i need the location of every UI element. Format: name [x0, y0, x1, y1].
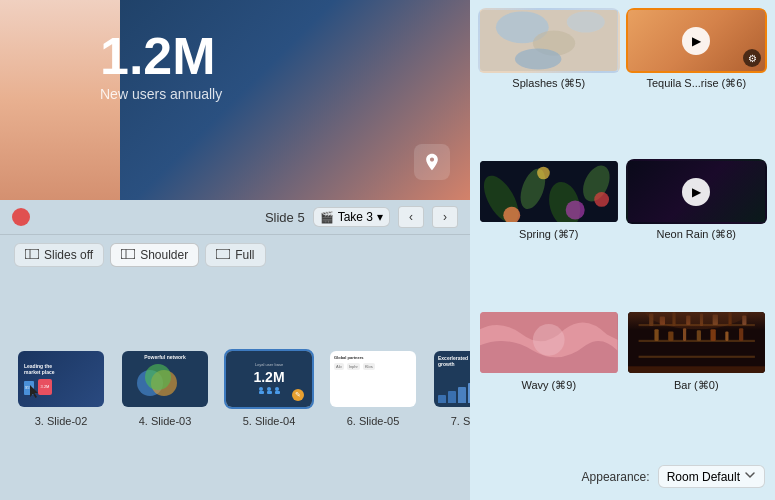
- appearance-label: Appearance:: [582, 470, 650, 484]
- thumbnail-slide-3[interactable]: Leading themarket place 95% 3.2M: [16, 349, 106, 427]
- svg-point-17: [566, 200, 585, 219]
- full-icon: [216, 249, 230, 261]
- slides-off-icon: [25, 249, 39, 261]
- view-mode-full[interactable]: Full: [205, 243, 265, 267]
- bg-label-tequila: Tequila S...rise (⌘6): [626, 77, 768, 92]
- thumb-label-5: 5. Slide-04: [243, 415, 296, 427]
- svg-rect-2: [121, 249, 135, 259]
- svg-rect-37: [696, 330, 700, 341]
- prev-slide-button[interactable]: ‹: [398, 206, 424, 228]
- take-dropdown-icon: ▾: [377, 210, 383, 224]
- bg-item-tequila[interactable]: ▶ ⚙ Tequila S...rise (⌘6): [626, 8, 768, 153]
- thumb-label-4: 4. Slide-03: [139, 415, 192, 427]
- view-mode-slides-off-label: Slides off: [44, 248, 93, 262]
- bg-thumb-spring: [478, 159, 620, 224]
- appearance-bar: Appearance: Room Default: [478, 461, 767, 492]
- bg-label-spring: Spring (⌘7): [478, 228, 620, 243]
- bg-item-wavy[interactable]: Wavy (⌘9): [478, 310, 620, 455]
- right-panel: Splashes (⌘5) ▶ ⚙ Tequila S...rise (⌘6): [470, 0, 775, 500]
- appearance-dropdown-icon: [744, 469, 756, 484]
- bg-item-splashes[interactable]: Splashes (⌘5): [478, 8, 620, 153]
- controls-bar: Slide 5 🎬 Take 3 ▾ ‹ ›: [0, 200, 470, 235]
- play-button-tequila: ▶: [682, 27, 710, 55]
- next-slide-button[interactable]: ›: [432, 206, 458, 228]
- view-mode-shoulder[interactable]: Shoulder: [110, 243, 199, 267]
- svg-rect-35: [668, 331, 673, 341]
- thumbnail-slide-7[interactable]: Excerleratedgrowth 7. Slide-06: [432, 349, 470, 427]
- bg-item-bar[interactable]: Bar (⌘0): [626, 310, 768, 455]
- svg-rect-41: [628, 366, 766, 373]
- play-button-neon: ▶: [682, 178, 710, 206]
- view-mode-slides-off[interactable]: Slides off: [14, 243, 104, 267]
- svg-rect-24: [638, 356, 754, 358]
- svg-point-9: [515, 48, 562, 69]
- thumbnail-slide-4[interactable]: Powerful network 4. Slide-03: [120, 349, 210, 427]
- svg-point-8: [567, 11, 605, 32]
- svg-rect-38: [710, 329, 715, 341]
- take-icon: 🎬: [320, 211, 334, 224]
- bg-thumb-neon: ▶: [626, 159, 768, 224]
- svg-rect-39: [725, 331, 728, 341]
- thumb-img-5: Loyal user base 1.2M ✎: [224, 349, 314, 409]
- slide-preview-icon: [414, 144, 450, 180]
- bg-thumb-wavy: [478, 310, 620, 375]
- backgrounds-grid: Splashes (⌘5) ▶ ⚙ Tequila S...rise (⌘6): [478, 8, 767, 455]
- bg-thumb-splashes: [478, 8, 620, 73]
- svg-rect-0: [25, 249, 39, 259]
- svg-rect-34: [654, 329, 658, 341]
- view-mode-shoulder-label: Shoulder: [140, 248, 188, 262]
- take-label: Take 3: [338, 210, 373, 224]
- play-overlay-neon: ▶: [628, 161, 766, 222]
- thumb-label-6: 6. Slide-05: [347, 415, 400, 427]
- slide-preview: 1.2M New users annually: [0, 0, 470, 200]
- thumbnail-slide-5[interactable]: Loyal user base 1.2M ✎ 5. Slide-04: [224, 349, 314, 427]
- thumbnail-slide-6[interactable]: Global partners Alo Inphr Klos 6. Slide-…: [328, 349, 418, 427]
- svg-rect-4: [216, 249, 230, 259]
- bg-thumb-tequila: ▶ ⚙: [626, 8, 768, 73]
- view-mode-full-label: Full: [235, 248, 254, 262]
- thumb-label-7: 7. Slide-06: [451, 415, 470, 427]
- left-panel: 1.2M New users annually Slide 5 🎬 Take 3…: [0, 0, 470, 500]
- record-button[interactable]: [12, 208, 30, 226]
- appearance-value: Room Default: [667, 470, 740, 484]
- slide-stat-number: 1.2M: [100, 30, 222, 82]
- bg-thumb-bar: [626, 310, 768, 375]
- bg-label-bar: Bar (⌘0): [626, 379, 768, 394]
- slide5-edit-icon: ✎: [292, 389, 304, 401]
- take-selector[interactable]: 🎬 Take 3 ▾: [313, 207, 390, 227]
- svg-point-20: [533, 324, 565, 356]
- svg-point-16: [537, 167, 550, 180]
- shoulder-icon: [121, 249, 135, 261]
- slide-stat-subtitle: New users annually: [100, 86, 222, 102]
- appearance-select[interactable]: Room Default: [658, 465, 765, 488]
- bg-item-spring[interactable]: Spring (⌘7): [478, 159, 620, 304]
- thumb-img-6: Global partners Alo Inphr Klos: [328, 349, 418, 409]
- bg-label-splashes: Splashes (⌘5): [478, 77, 620, 92]
- slide-number-label: Slide 5: [265, 210, 305, 225]
- thumb-img-7: Excerleratedgrowth: [432, 349, 470, 409]
- view-mode-bar: Slides off Shoulder Full: [0, 235, 470, 275]
- svg-point-18: [594, 192, 609, 207]
- slide-stats: 1.2M New users annually: [100, 30, 222, 102]
- bg-label-neon: Neon Rain (⌘8): [626, 228, 768, 243]
- thumb-label-3: 3. Slide-02: [35, 415, 88, 427]
- thumbnails-strip: Leading themarket place 95% 3.2M: [0, 275, 470, 500]
- gear-badge-tequila: ⚙: [743, 49, 761, 67]
- thumb-img-3: Leading themarket place 95% 3.2M: [16, 349, 106, 409]
- thumb-img-4: Powerful network: [120, 349, 210, 409]
- bg-item-neon[interactable]: ▶ Neon Rain (⌘8): [626, 159, 768, 304]
- bg-label-wavy: Wavy (⌘9): [478, 379, 620, 394]
